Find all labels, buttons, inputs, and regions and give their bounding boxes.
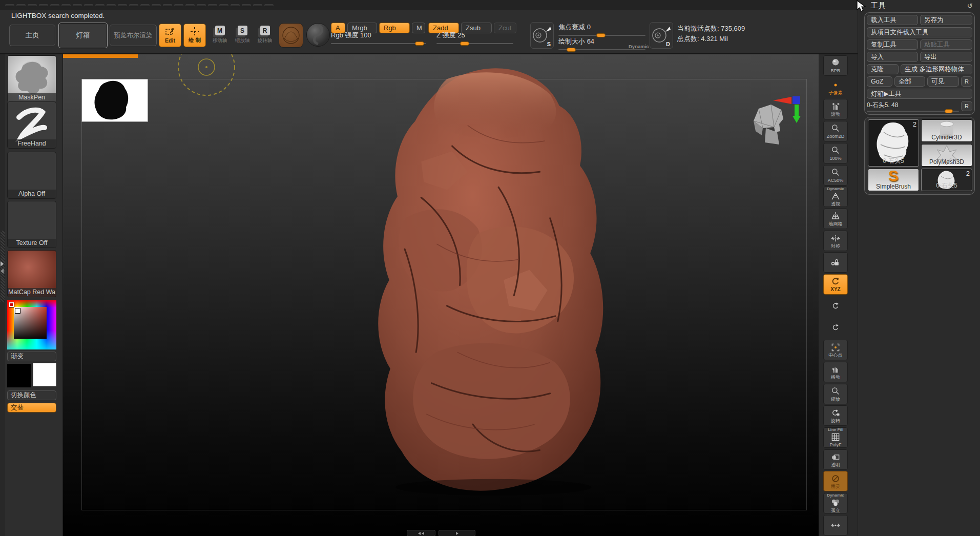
palette-section[interactable] <box>858 322 980 334</box>
paste-tool-button[interactable]: 粘贴工具 <box>920 39 972 50</box>
edit-button[interactable]: Edit <box>159 24 181 47</box>
palette-section[interactable] <box>858 222 980 235</box>
load-tool-button[interactable]: 载入工具 <box>867 15 918 25</box>
palette-section[interactable] <box>858 248 980 260</box>
palette-section[interactable] <box>858 310 980 322</box>
subtool-simplebrush[interactable]: S SimpleBrush <box>868 169 919 191</box>
palette-section[interactable] <box>858 483 980 495</box>
preview-boolean-button[interactable]: 预览布尔渲染 <box>110 25 157 46</box>
lightbox-drag-bar[interactable] <box>63 54 138 58</box>
palette-section[interactable] <box>858 359 980 371</box>
scrub-back-button[interactable] <box>407 530 435 536</box>
menu-item[interactable] <box>16 4 26 6</box>
rotate-axis-button[interactable]: R 旋转轴 <box>254 26 276 49</box>
left-scrollbar-grip[interactable] <box>1 231 5 302</box>
palette-section[interactable] <box>858 508 980 520</box>
shelf-tile[interactable]: 移动 <box>823 362 848 382</box>
shelf-tile[interactable]: Line Fill PolyF <box>823 427 848 448</box>
shelf-tile[interactable]: 子像素 <box>823 77 848 98</box>
rock-model[interactable] <box>340 64 637 497</box>
menu-item[interactable] <box>84 4 93 6</box>
palette-section[interactable] <box>858 434 980 446</box>
rgb-intensity-slider[interactable]: Rgb 强度 100 <box>331 31 426 44</box>
shelf-tile[interactable]: AC50% <box>823 165 848 185</box>
shelf-tile[interactable]: Dynamic 孤立 <box>823 493 848 513</box>
palette-section[interactable] <box>858 210 980 222</box>
palette-section[interactable] <box>858 421 980 433</box>
shelf-tile[interactable] <box>823 318 848 338</box>
menu-item[interactable] <box>28 4 37 6</box>
menu-item[interactable] <box>5 4 14 6</box>
shelf-tile[interactable]: 100% <box>823 143 848 163</box>
z-intensity-slider[interactable]: Z 强度 25 <box>436 31 513 44</box>
menu-item[interactable] <box>140 4 150 6</box>
move-axis-button[interactable]: M 移动轴 <box>209 26 231 49</box>
shelf-tile[interactable]: 滚动 <box>823 99 848 119</box>
home-button[interactable]: 主页 <box>9 25 55 46</box>
menu-item[interactable] <box>185 4 195 6</box>
shelf-tile[interactable]: 中心点 <box>823 340 848 360</box>
copy-tool-button[interactable]: 复制工具 <box>867 39 918 50</box>
subtool-polymesh[interactable]: PolyMesh3D <box>921 144 972 167</box>
focal-shift-slider[interactable]: 焦点衰减 0 <box>558 23 645 36</box>
menu-item[interactable] <box>253 4 262 6</box>
menu-item[interactable] <box>39 4 48 6</box>
brush-preview[interactable] <box>279 23 303 48</box>
menu-item[interactable] <box>219 4 228 6</box>
slider-handle[interactable] <box>460 42 469 46</box>
shelf-tile[interactable]: 对称 <box>823 231 848 251</box>
lightbox-button[interactable]: 灯箱 <box>58 23 108 48</box>
timeline-scrubber[interactable] <box>407 530 475 536</box>
shelf-tile[interactable]: 地网格 <box>823 209 848 229</box>
menu-item[interactable] <box>163 4 172 6</box>
palette-section[interactable] <box>858 297 980 310</box>
import-button[interactable]: 导入 <box>867 52 918 62</box>
palette-section[interactable] <box>858 408 980 421</box>
hue-selector[interactable] <box>9 302 14 307</box>
goz-r-button[interactable]: R <box>961 76 972 87</box>
material-preview[interactable] <box>306 23 330 47</box>
palette-section[interactable] <box>858 346 980 359</box>
menu-item[interactable] <box>95 4 105 6</box>
shelf-tile[interactable]: Zoom2D <box>823 121 848 141</box>
palette-section[interactable] <box>858 284 980 297</box>
sculpt-canvas[interactable] <box>62 54 819 536</box>
menu-item[interactable] <box>73 4 82 6</box>
palette-section[interactable] <box>858 198 980 210</box>
current-brush-button[interactable]: MaskPen <box>7 55 56 102</box>
palette-section[interactable] <box>858 458 980 470</box>
make-polymesh-button[interactable]: 生成 多边形网格物体 <box>901 64 972 74</box>
menu-item[interactable] <box>118 4 127 6</box>
palette-section[interactable] <box>858 260 980 272</box>
clone-button[interactable]: 克隆 <box>867 64 899 74</box>
dots-button[interactable]: D <box>650 22 673 49</box>
palette-section[interactable] <box>858 496 980 508</box>
palette-section[interactable] <box>858 235 980 248</box>
slider-handle[interactable] <box>567 48 576 52</box>
menu-item[interactable] <box>208 4 217 6</box>
refresh-icon[interactable]: ↺ <box>967 2 973 10</box>
subtool-cylinder[interactable]: Cylinder3D <box>921 119 972 142</box>
shelf-tile[interactable]: 透明 <box>823 449 848 470</box>
color-picker[interactable] <box>7 300 56 349</box>
menu-item[interactable] <box>264 4 274 6</box>
menu-item[interactable] <box>61 4 71 6</box>
palette-section[interactable] <box>858 334 980 346</box>
shelf-tile[interactable]: 幽灵 <box>823 471 848 491</box>
goz-button[interactable]: GoZ <box>867 76 892 87</box>
alternate-button[interactable]: 交替 <box>7 403 56 413</box>
menu-item[interactable] <box>242 4 251 6</box>
current-material-button[interactable]: MatCap Red Wa <box>7 250 56 297</box>
slider-handle[interactable] <box>415 42 424 46</box>
shelf-tile[interactable] <box>823 296 848 317</box>
save-as-button[interactable]: 另存为 <box>920 15 972 25</box>
shelf-tile[interactable]: Dynamic 透视 <box>823 187 848 207</box>
subtool-rock-selected[interactable]: 2 0-石头5 <box>868 119 919 167</box>
panel-expand-icon[interactable] <box>1 261 4 266</box>
menu-item[interactable] <box>197 4 206 6</box>
palette-section[interactable] <box>858 470 980 483</box>
scrub-forward-button[interactable] <box>439 530 475 536</box>
menu-item[interactable] <box>50 4 59 6</box>
current-stroke-button[interactable]: FreeHand <box>7 101 56 149</box>
shelf-tile[interactable]: 缩放 <box>823 384 848 404</box>
